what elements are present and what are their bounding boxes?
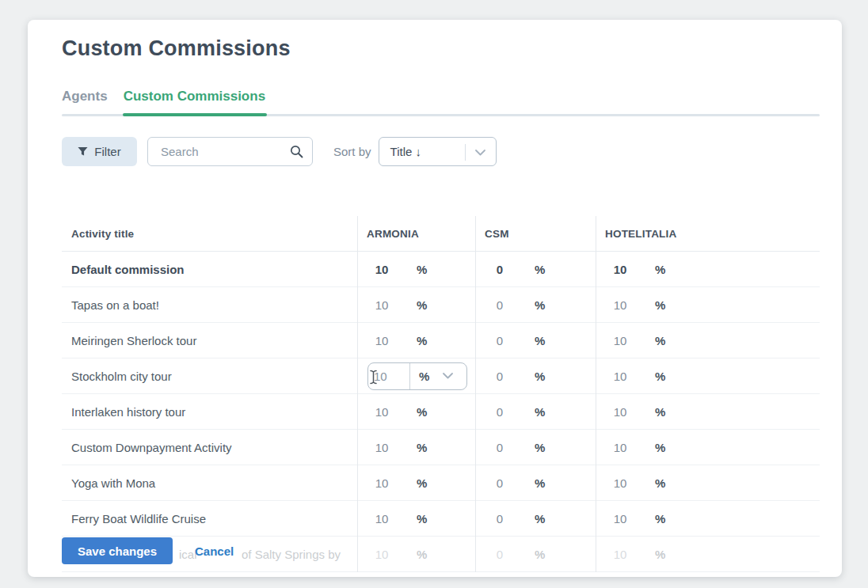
percent-sign: % — [417, 298, 427, 312]
tab-agents[interactable]: Agents — [62, 89, 108, 104]
activity-title: Ferry Boat Wildlife Cruise — [71, 512, 206, 525]
commission-value: 10 — [607, 441, 634, 454]
commission-value: 10 — [607, 476, 634, 490]
commission-value-cell[interactable]: 10% — [357, 465, 475, 501]
percent-sign: % — [535, 476, 545, 490]
filter-icon — [78, 146, 88, 157]
commission-value-cell[interactable]: 10% — [596, 465, 820, 501]
save-changes-button[interactable]: Save changes — [62, 537, 173, 564]
percent-sign: % — [655, 405, 665, 419]
sort-dropdown[interactable]: Title ↓ — [379, 137, 497, 166]
commission-value: 10 — [368, 298, 395, 312]
commission-value-cell[interactable]: 0% — [475, 465, 596, 501]
commission-value-cell[interactable]: 0% — [475, 252, 596, 287]
commission-value-cell[interactable]: 0% — [475, 323, 596, 358]
commission-value-cell[interactable]: 10% — [596, 358, 820, 394]
commission-value-cell[interactable]: 10% — [357, 287, 475, 323]
percent-sign: % — [419, 370, 429, 383]
commission-value: 10 — [368, 405, 395, 419]
sort-by-label: Sort by — [333, 145, 371, 158]
percent-sign: % — [417, 334, 427, 347]
activity-title-cell: Meiringen Sherlock tour — [62, 323, 357, 358]
chevron-down-icon — [443, 373, 453, 379]
activity-title: Stockholm city tour — [71, 370, 172, 383]
commission-value-cell[interactable]: 0% — [475, 501, 596, 537]
activity-title: Meiringen Sherlock tour — [71, 334, 196, 347]
commission-unit-dropdown[interactable]: % — [410, 363, 466, 389]
commission-value: 0 — [486, 512, 513, 525]
activity-title: Interlaken history tour — [71, 405, 185, 419]
percent-sign: % — [655, 512, 665, 525]
column-header-csm: CSM — [475, 216, 596, 252]
table-row: Stockholm city tour%0%10% — [62, 358, 820, 394]
commission-edit-control: % — [367, 362, 467, 390]
activity-title-fragment: of Salty Springs by — [242, 548, 341, 561]
commission-value: 10 — [607, 370, 634, 383]
commission-value: 0 — [486, 405, 513, 419]
percent-sign: % — [655, 441, 665, 454]
active-tab-underline — [123, 113, 267, 116]
toolbar: Filter Sort by Title ↓ — [62, 137, 497, 166]
activity-title-cell: Tapas on a boat! — [62, 287, 357, 323]
chevron-down-icon — [475, 150, 485, 156]
commission-value-cell[interactable]: 10% — [596, 430, 820, 465]
commission-value-cell[interactable]: 0% — [475, 537, 596, 572]
percent-sign: % — [655, 334, 665, 347]
commission-value: 10 — [368, 441, 395, 454]
commissions-table: Activity titleARMONIACSMHOTELITALIA Defa… — [62, 216, 820, 572]
commission-value-cell[interactable]: 0% — [475, 358, 596, 394]
commission-value: 10 — [368, 512, 395, 525]
commission-value-cell[interactable]: 10% — [596, 501, 820, 537]
percent-sign: % — [417, 476, 427, 490]
commission-value-cell[interactable]: 0% — [475, 394, 596, 430]
commission-value: 10 — [607, 263, 634, 276]
sort-dropdown-value: Title ↓ — [390, 145, 421, 158]
search-input[interactable] — [147, 137, 313, 166]
commission-value: 10 — [368, 263, 395, 276]
commission-value: 0 — [486, 441, 513, 454]
table-row: Yoga with Mona10%0%10% — [62, 465, 820, 501]
table-row: Custom Downpayment Activity10%0%10% — [62, 430, 820, 465]
percent-sign: % — [535, 370, 545, 383]
activity-title-cell: Ferry Boat Wildlife Cruise — [62, 501, 357, 537]
activity-title-cell: Custom Downpayment Activity — [62, 430, 357, 465]
commission-value: 10 — [607, 298, 634, 312]
percent-sign: % — [417, 512, 427, 525]
percent-sign: % — [655, 370, 665, 383]
percent-sign: % — [535, 512, 545, 525]
column-header-hotelitalia: HOTELITALIA — [596, 216, 820, 252]
table-row: Tapas on a boat!10%0%10% — [62, 287, 820, 323]
commission-value-cell[interactable]: 10% — [357, 252, 475, 287]
commission-value: 10 — [607, 334, 634, 347]
commission-value-cell[interactable]: 0% — [475, 430, 596, 465]
commission-value-cell[interactable]: 0% — [475, 287, 596, 323]
percent-sign: % — [417, 548, 427, 561]
commission-input[interactable] — [374, 370, 405, 383]
percent-sign: % — [535, 263, 545, 276]
tab-custom-commissions[interactable]: Custom Commissions — [124, 89, 265, 104]
filter-button[interactable]: Filter — [62, 137, 137, 166]
commission-value-cell[interactable]: 10% — [596, 394, 820, 430]
percent-sign: % — [535, 298, 545, 312]
page-title: Custom Commissions — [62, 36, 291, 61]
commission-value: 0 — [486, 263, 513, 276]
table-row: Meiringen Sherlock tour10%0%10% — [62, 323, 820, 358]
activity-title: Tapas on a boat! — [71, 298, 159, 312]
commission-value-cell[interactable]: 10% — [357, 501, 475, 537]
table-row: Interlaken history tour10%0%10% — [62, 394, 820, 430]
commission-value-cell[interactable]: 10% — [596, 323, 820, 358]
dropdown-divider — [465, 144, 466, 161]
commission-value-cell[interactable]: 10% — [596, 287, 820, 323]
commission-value-cell[interactable]: 10% — [357, 394, 475, 430]
search-icon — [290, 145, 303, 158]
commission-value-cell[interactable]: 10% — [596, 537, 820, 572]
commission-value-cell[interactable]: 10% — [357, 323, 475, 358]
percent-sign: % — [655, 548, 665, 561]
commission-value-cell[interactable]: 10% — [596, 252, 820, 287]
cancel-link[interactable]: Cancel — [195, 544, 234, 558]
commission-value-cell[interactable]: 10% — [357, 430, 475, 465]
commission-value-cell[interactable]: % — [357, 358, 475, 394]
percent-sign: % — [535, 441, 545, 454]
activity-title-cell: Interlaken history tour — [62, 394, 357, 430]
commission-value-cell[interactable]: 10% — [357, 537, 475, 572]
